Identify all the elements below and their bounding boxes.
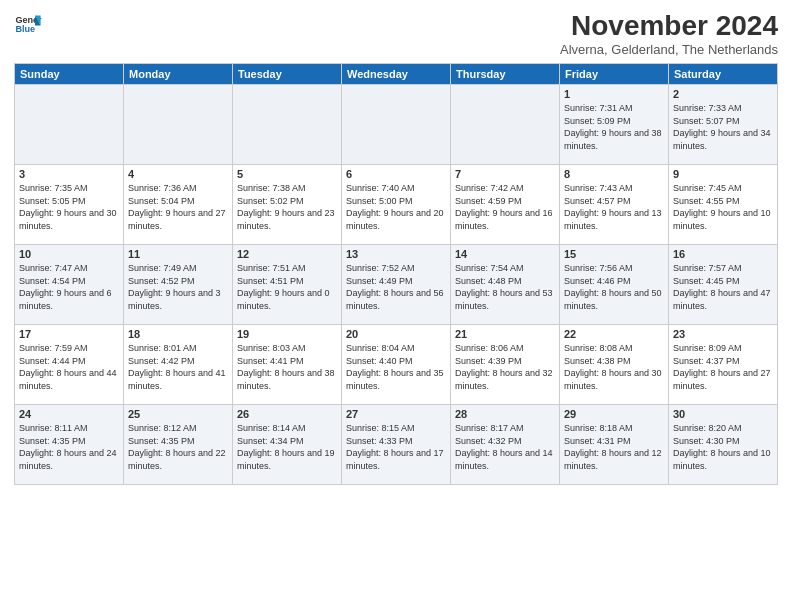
col-saturday: Saturday xyxy=(669,64,778,85)
day-info: Sunrise: 8:18 AM Sunset: 4:31 PM Dayligh… xyxy=(564,422,664,472)
day-number: 23 xyxy=(673,328,773,340)
month-title: November 2024 xyxy=(560,10,778,42)
table-cell: 18Sunrise: 8:01 AM Sunset: 4:42 PM Dayli… xyxy=(124,325,233,405)
table-cell: 17Sunrise: 7:59 AM Sunset: 4:44 PM Dayli… xyxy=(15,325,124,405)
col-monday: Monday xyxy=(124,64,233,85)
col-tuesday: Tuesday xyxy=(233,64,342,85)
weekday-header-row: Sunday Monday Tuesday Wednesday Thursday… xyxy=(15,64,778,85)
day-info: Sunrise: 7:40 AM Sunset: 5:00 PM Dayligh… xyxy=(346,182,446,232)
col-wednesday: Wednesday xyxy=(342,64,451,85)
week-row-4: 17Sunrise: 7:59 AM Sunset: 4:44 PM Dayli… xyxy=(15,325,778,405)
day-number: 7 xyxy=(455,168,555,180)
table-cell: 24Sunrise: 8:11 AM Sunset: 4:35 PM Dayli… xyxy=(15,405,124,485)
table-cell: 2Sunrise: 7:33 AM Sunset: 5:07 PM Daylig… xyxy=(669,85,778,165)
day-info: Sunrise: 7:31 AM Sunset: 5:09 PM Dayligh… xyxy=(564,102,664,152)
day-info: Sunrise: 8:09 AM Sunset: 4:37 PM Dayligh… xyxy=(673,342,773,392)
day-info: Sunrise: 8:06 AM Sunset: 4:39 PM Dayligh… xyxy=(455,342,555,392)
day-number: 19 xyxy=(237,328,337,340)
day-info: Sunrise: 7:33 AM Sunset: 5:07 PM Dayligh… xyxy=(673,102,773,152)
table-cell: 29Sunrise: 8:18 AM Sunset: 4:31 PM Dayli… xyxy=(560,405,669,485)
day-number: 17 xyxy=(19,328,119,340)
day-info: Sunrise: 7:42 AM Sunset: 4:59 PM Dayligh… xyxy=(455,182,555,232)
table-cell: 30Sunrise: 8:20 AM Sunset: 4:30 PM Dayli… xyxy=(669,405,778,485)
day-info: Sunrise: 7:49 AM Sunset: 4:52 PM Dayligh… xyxy=(128,262,228,312)
day-info: Sunrise: 7:51 AM Sunset: 4:51 PM Dayligh… xyxy=(237,262,337,312)
table-cell: 10Sunrise: 7:47 AM Sunset: 4:54 PM Dayli… xyxy=(15,245,124,325)
table-cell: 22Sunrise: 8:08 AM Sunset: 4:38 PM Dayli… xyxy=(560,325,669,405)
day-number: 29 xyxy=(564,408,664,420)
day-number: 12 xyxy=(237,248,337,260)
day-number: 2 xyxy=(673,88,773,100)
week-row-1: 1Sunrise: 7:31 AM Sunset: 5:09 PM Daylig… xyxy=(15,85,778,165)
day-info: Sunrise: 8:01 AM Sunset: 4:42 PM Dayligh… xyxy=(128,342,228,392)
day-number: 15 xyxy=(564,248,664,260)
day-info: Sunrise: 7:47 AM Sunset: 4:54 PM Dayligh… xyxy=(19,262,119,312)
table-cell: 19Sunrise: 8:03 AM Sunset: 4:41 PM Dayli… xyxy=(233,325,342,405)
day-info: Sunrise: 8:17 AM Sunset: 4:32 PM Dayligh… xyxy=(455,422,555,472)
day-number: 26 xyxy=(237,408,337,420)
table-cell: 14Sunrise: 7:54 AM Sunset: 4:48 PM Dayli… xyxy=(451,245,560,325)
day-info: Sunrise: 8:04 AM Sunset: 4:40 PM Dayligh… xyxy=(346,342,446,392)
page: General Blue November 2024 Alverna, Geld… xyxy=(0,0,792,612)
day-info: Sunrise: 7:57 AM Sunset: 4:45 PM Dayligh… xyxy=(673,262,773,312)
day-info: Sunrise: 7:54 AM Sunset: 4:48 PM Dayligh… xyxy=(455,262,555,312)
table-cell: 9Sunrise: 7:45 AM Sunset: 4:55 PM Daylig… xyxy=(669,165,778,245)
day-info: Sunrise: 8:03 AM Sunset: 4:41 PM Dayligh… xyxy=(237,342,337,392)
day-number: 1 xyxy=(564,88,664,100)
table-cell: 23Sunrise: 8:09 AM Sunset: 4:37 PM Dayli… xyxy=(669,325,778,405)
table-cell: 20Sunrise: 8:04 AM Sunset: 4:40 PM Dayli… xyxy=(342,325,451,405)
table-cell: 11Sunrise: 7:49 AM Sunset: 4:52 PM Dayli… xyxy=(124,245,233,325)
table-cell xyxy=(342,85,451,165)
day-number: 13 xyxy=(346,248,446,260)
day-info: Sunrise: 7:45 AM Sunset: 4:55 PM Dayligh… xyxy=(673,182,773,232)
week-row-3: 10Sunrise: 7:47 AM Sunset: 4:54 PM Dayli… xyxy=(15,245,778,325)
day-number: 5 xyxy=(237,168,337,180)
table-cell: 16Sunrise: 7:57 AM Sunset: 4:45 PM Dayli… xyxy=(669,245,778,325)
day-number: 3 xyxy=(19,168,119,180)
svg-text:Blue: Blue xyxy=(15,24,35,34)
table-cell: 4Sunrise: 7:36 AM Sunset: 5:04 PM Daylig… xyxy=(124,165,233,245)
day-info: Sunrise: 8:12 AM Sunset: 4:35 PM Dayligh… xyxy=(128,422,228,472)
calendar: Sunday Monday Tuesday Wednesday Thursday… xyxy=(14,63,778,485)
day-info: Sunrise: 7:56 AM Sunset: 4:46 PM Dayligh… xyxy=(564,262,664,312)
table-cell: 26Sunrise: 8:14 AM Sunset: 4:34 PM Dayli… xyxy=(233,405,342,485)
day-info: Sunrise: 8:14 AM Sunset: 4:34 PM Dayligh… xyxy=(237,422,337,472)
table-cell: 21Sunrise: 8:06 AM Sunset: 4:39 PM Dayli… xyxy=(451,325,560,405)
table-cell: 25Sunrise: 8:12 AM Sunset: 4:35 PM Dayli… xyxy=(124,405,233,485)
table-cell xyxy=(233,85,342,165)
table-cell: 27Sunrise: 8:15 AM Sunset: 4:33 PM Dayli… xyxy=(342,405,451,485)
table-cell: 13Sunrise: 7:52 AM Sunset: 4:49 PM Dayli… xyxy=(342,245,451,325)
week-row-2: 3Sunrise: 7:35 AM Sunset: 5:05 PM Daylig… xyxy=(15,165,778,245)
header: General Blue November 2024 Alverna, Geld… xyxy=(14,10,778,57)
table-cell: 3Sunrise: 7:35 AM Sunset: 5:05 PM Daylig… xyxy=(15,165,124,245)
day-info: Sunrise: 7:59 AM Sunset: 4:44 PM Dayligh… xyxy=(19,342,119,392)
day-info: Sunrise: 7:43 AM Sunset: 4:57 PM Dayligh… xyxy=(564,182,664,232)
day-number: 21 xyxy=(455,328,555,340)
table-cell: 1Sunrise: 7:31 AM Sunset: 5:09 PM Daylig… xyxy=(560,85,669,165)
day-number: 8 xyxy=(564,168,664,180)
day-number: 11 xyxy=(128,248,228,260)
day-number: 6 xyxy=(346,168,446,180)
col-sunday: Sunday xyxy=(15,64,124,85)
day-number: 25 xyxy=(128,408,228,420)
day-info: Sunrise: 7:38 AM Sunset: 5:02 PM Dayligh… xyxy=(237,182,337,232)
week-row-5: 24Sunrise: 8:11 AM Sunset: 4:35 PM Dayli… xyxy=(15,405,778,485)
col-thursday: Thursday xyxy=(451,64,560,85)
table-cell: 8Sunrise: 7:43 AM Sunset: 4:57 PM Daylig… xyxy=(560,165,669,245)
title-area: November 2024 Alverna, Gelderland, The N… xyxy=(560,10,778,57)
day-info: Sunrise: 7:36 AM Sunset: 5:04 PM Dayligh… xyxy=(128,182,228,232)
table-cell xyxy=(15,85,124,165)
logo-icon: General Blue xyxy=(14,10,42,38)
day-number: 24 xyxy=(19,408,119,420)
day-info: Sunrise: 8:20 AM Sunset: 4:30 PM Dayligh… xyxy=(673,422,773,472)
table-cell: 5Sunrise: 7:38 AM Sunset: 5:02 PM Daylig… xyxy=(233,165,342,245)
table-cell: 28Sunrise: 8:17 AM Sunset: 4:32 PM Dayli… xyxy=(451,405,560,485)
day-info: Sunrise: 8:15 AM Sunset: 4:33 PM Dayligh… xyxy=(346,422,446,472)
day-number: 30 xyxy=(673,408,773,420)
day-number: 9 xyxy=(673,168,773,180)
table-cell: 15Sunrise: 7:56 AM Sunset: 4:46 PM Dayli… xyxy=(560,245,669,325)
day-number: 28 xyxy=(455,408,555,420)
day-info: Sunrise: 7:35 AM Sunset: 5:05 PM Dayligh… xyxy=(19,182,119,232)
logo: General Blue xyxy=(14,10,46,38)
table-cell: 7Sunrise: 7:42 AM Sunset: 4:59 PM Daylig… xyxy=(451,165,560,245)
